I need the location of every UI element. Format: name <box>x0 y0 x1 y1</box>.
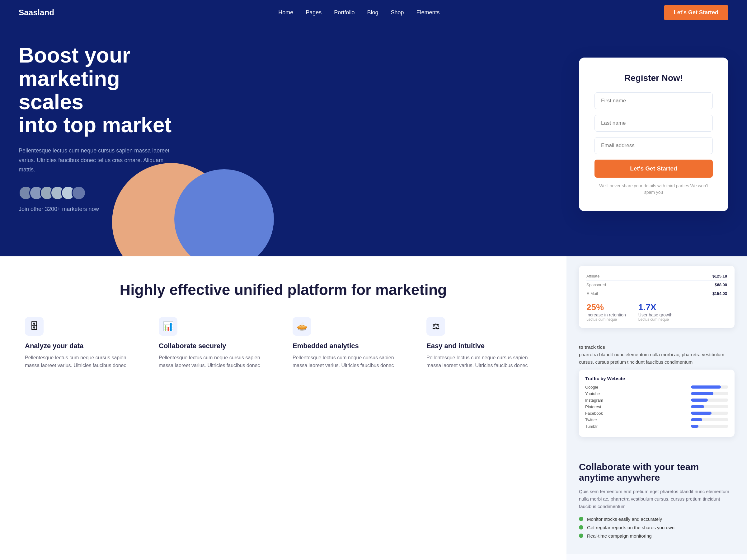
join-text: Join other 3200+ marketers now <box>19 205 181 214</box>
right-panel: Affiliate $125.18 Sponsored $68.90 E-Mai… <box>566 256 747 560</box>
intuitive-icon: ⚖ <box>427 317 445 336</box>
hero-heading: Boost your marketing scales into top mar… <box>19 44 181 137</box>
nav-cta-button[interactable]: Let's Get Started <box>664 5 728 20</box>
issues-text: to track tics pharretra blandit nunc ele… <box>579 344 735 366</box>
collaborate-description: Quis sem fermentum erat pretium eget pha… <box>579 488 735 510</box>
feature-intuitive-title: Easy and intuitive <box>427 342 542 350</box>
traffic-bar-wrap <box>691 405 728 408</box>
traffic-bar-wrap <box>691 411 728 415</box>
avatar-group <box>19 186 86 200</box>
email-input[interactable] <box>594 137 713 154</box>
feature-analyze-title: Analyze your data <box>25 342 140 350</box>
register-title: Register Now! <box>594 73 713 83</box>
collaborate-section: Collaborate with your team anytime anywh… <box>566 449 747 554</box>
feature-intuitive-desc: Pellentesque lectus cum neque cursus sap… <box>427 354 542 370</box>
traffic-section: to track tics pharretra blandit nunc ele… <box>566 344 747 449</box>
stat-retention: 25% Increase in retention Lectus cum neq… <box>586 302 626 322</box>
feature-intuitive: ⚖ Easy and intuitive Pellentesque lectus… <box>427 317 542 370</box>
traffic-row-instagram: Instagram <box>585 398 728 403</box>
nav-portfolio[interactable]: Portfolio <box>334 9 355 16</box>
nav-blog[interactable]: Blog <box>367 9 378 16</box>
traffic-row-youtube: Youtube <box>585 391 728 396</box>
feature-analytics: 🥧 Embedded analytics Pellentesque lectus… <box>292 317 408 370</box>
traffic-bar-wrap <box>691 385 728 389</box>
last-name-input[interactable] <box>594 115 713 132</box>
stats-row-affiliate: Affiliate $125.18 <box>586 272 727 281</box>
traffic-row-pinterest: Pinterest <box>585 404 728 409</box>
testimonials-section: Most of satisfied clients leave their fe… <box>566 554 747 560</box>
features-grid: 🗄 Analyze your data Pellentesque lectus … <box>25 317 542 370</box>
check-dot <box>579 534 583 538</box>
brand-logo: Saasland <box>19 8 54 18</box>
traffic-row-facebook: Facebook <box>585 411 728 416</box>
feature-collaborate-desc: Pellentesque lectus cum neque cursus sap… <box>159 354 274 370</box>
feature-analyze: 🗄 Analyze your data Pellentesque lectus … <box>25 317 140 370</box>
hero-section: Boost your marketing scales into top mar… <box>0 25 747 256</box>
feature-collaborate-title: Collaborate securely <box>159 342 274 350</box>
feature-analyze-desc: Pellentesque lectus cum neque cursus sap… <box>25 354 140 370</box>
stat-row: 25% Increase in retention Lectus cum neq… <box>586 302 727 322</box>
form-disclaimer: We'll never share your details with thir… <box>594 183 713 196</box>
platform-section: Highly effective unified platform for ma… <box>0 256 566 388</box>
feature-analytics-desc: Pellentesque lectus cum neque cursus sap… <box>292 354 408 370</box>
main-content: Highly effective unified platform for ma… <box>0 256 566 560</box>
check-item-3: Real-time campaign monitoring <box>579 533 735 538</box>
stat-growth: 1.7X User base growth Lectus cum neque <box>638 302 673 322</box>
avatar <box>72 186 86 200</box>
register-submit-button[interactable]: Let's Get Started <box>594 160 713 178</box>
nav-shop[interactable]: Shop <box>391 9 404 16</box>
nav-home[interactable]: Home <box>278 9 293 16</box>
stats-row-email: E-Mail $154.03 <box>586 289 727 298</box>
check-dot <box>579 525 583 530</box>
nav-links: Home Pages Portfolio Blog Shop Elements <box>278 9 439 16</box>
traffic-bar-wrap <box>691 399 728 402</box>
analyze-icon: 🗄 <box>25 317 44 336</box>
feature-analytics-title: Embedded analytics <box>292 342 408 350</box>
check-dot <box>579 517 583 521</box>
hero-description: Pellentesque lectus cum neque cursus sap… <box>19 146 181 175</box>
first-name-input[interactable] <box>594 92 713 109</box>
feature-collaborate: 📊 Collaborate securely Pellentesque lect… <box>159 317 274 370</box>
traffic-row-google: Google <box>585 385 728 390</box>
stats-row-sponsored: Sponsored $68.90 <box>586 281 727 289</box>
hero-text: Boost your marketing scales into top mar… <box>19 44 181 225</box>
traffic-row-twitter: Twitter <box>585 418 728 422</box>
collaborate-icon: 📊 <box>159 317 177 336</box>
analytics-icon: 🥧 <box>292 317 311 336</box>
check-item-1: Monitor stocks easily and accurately <box>579 516 735 522</box>
navbar: Saasland Home Pages Portfolio Blog Shop … <box>0 0 747 25</box>
traffic-row-tumblr: Tumblr <box>585 424 728 429</box>
traffic-bar-wrap <box>691 425 728 428</box>
platform-title: Highly effective unified platform for ma… <box>25 281 542 298</box>
top-right-cards: Affiliate $125.18 Sponsored $68.90 E-Mai… <box>566 256 747 344</box>
collaborate-title: Collaborate with your team anytime anywh… <box>579 462 735 483</box>
content-area: Highly effective unified platform for ma… <box>0 256 747 560</box>
register-card: Register Now! Let's Get Started We'll ne… <box>579 58 728 211</box>
traffic-card: Traffic by Website Google Youtube Instag… <box>579 370 735 437</box>
stats-mini-card: Affiliate $125.18 Sponsored $68.90 E-Mai… <box>579 266 735 328</box>
traffic-bar-wrap <box>691 392 728 395</box>
check-item-2: Get regular reports on the shares you ow… <box>579 525 735 530</box>
traffic-bar-wrap <box>691 418 728 421</box>
nav-pages[interactable]: Pages <box>306 9 321 16</box>
hero-avatars <box>19 186 181 200</box>
nav-elements[interactable]: Elements <box>416 9 439 16</box>
